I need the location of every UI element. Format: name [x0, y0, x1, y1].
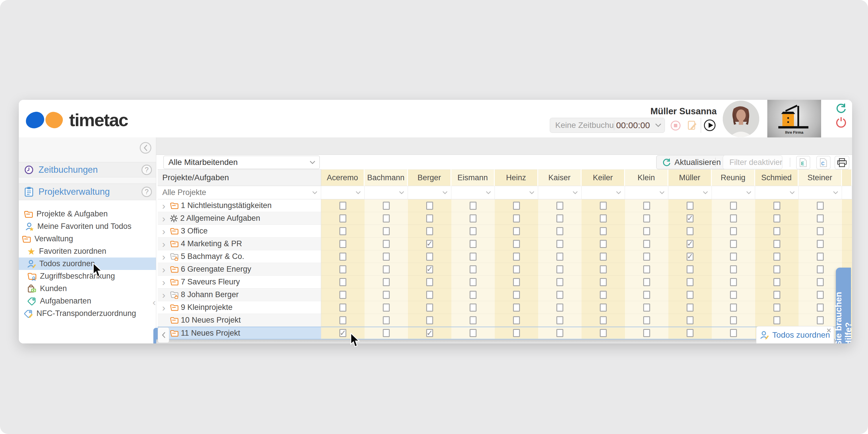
column-header-person[interactable]: Keiler	[582, 169, 625, 186]
assignment-cell[interactable]	[799, 250, 842, 263]
checkbox-unchecked[interactable]	[600, 202, 607, 210]
print-button[interactable]	[835, 156, 849, 169]
checkbox-unchecked[interactable]	[643, 304, 650, 312]
checkbox-unchecked[interactable]	[513, 304, 520, 312]
checkbox-unchecked[interactable]	[556, 316, 563, 324]
expand-chevron-icon[interactable]: ›	[160, 216, 167, 221]
sidebar-item-verwaltung[interactable]: Verwaltung	[19, 232, 156, 245]
checkbox-unchecked[interactable]	[470, 265, 476, 273]
assignment-cell[interactable]	[408, 250, 452, 263]
checkbox-unchecked[interactable]	[817, 253, 824, 261]
assignment-cell[interactable]	[452, 225, 495, 238]
assignment-cell[interactable]	[669, 225, 712, 238]
checkbox-unchecked[interactable]	[513, 265, 520, 273]
edit-note-icon[interactable]	[687, 120, 698, 131]
checkbox-unchecked[interactable]	[470, 304, 476, 312]
assignment-cell[interactable]	[625, 288, 669, 301]
checkbox-unchecked[interactable]	[383, 291, 390, 299]
checkbox-unchecked[interactable]	[339, 253, 346, 261]
assignment-cell[interactable]	[365, 276, 408, 288]
assignment-cell[interactable]	[452, 263, 495, 276]
assignment-cell[interactable]	[755, 250, 799, 263]
checkbox-unchecked[interactable]	[513, 316, 520, 324]
help-question-icon[interactable]: ?	[142, 187, 152, 197]
checkbox-unchecked[interactable]	[339, 291, 346, 299]
assignment-cell[interactable]	[365, 199, 408, 212]
checkbox-unchecked[interactable]	[817, 240, 824, 248]
assignment-cell[interactable]	[712, 276, 755, 288]
assignment-cell[interactable]	[625, 263, 669, 276]
assignment-cell[interactable]	[799, 238, 842, 250]
checkbox-unchecked[interactable]	[383, 329, 390, 337]
checkbox-checked[interactable]: ✓	[687, 214, 693, 222]
assignment-cell[interactable]	[321, 288, 365, 301]
assignment-cell[interactable]	[712, 199, 755, 212]
assignment-cell[interactable]	[365, 314, 408, 327]
assignment-cell[interactable]	[538, 212, 582, 225]
checkbox-unchecked[interactable]	[773, 316, 780, 324]
assignment-cell[interactable]	[712, 314, 755, 327]
assignment-cell[interactable]	[755, 199, 799, 212]
checkbox-unchecked[interactable]	[513, 253, 520, 261]
assignment-cell[interactable]	[495, 199, 538, 212]
checkbox-unchecked[interactable]	[730, 227, 737, 235]
checkbox-unchecked[interactable]	[339, 316, 346, 324]
checkbox-unchecked[interactable]	[773, 214, 780, 222]
assignment-cell[interactable]	[582, 199, 625, 212]
checkbox-unchecked[interactable]	[426, 291, 433, 299]
assignment-cell[interactable]	[799, 199, 842, 212]
project-row-label[interactable]: ›7 Saveurs Fleury	[158, 276, 321, 288]
checkbox-unchecked[interactable]	[773, 265, 780, 273]
sidebar-item-favoriten-zuordnen[interactable]: ★ Favoriten zuordnen	[19, 245, 156, 257]
checkbox-unchecked[interactable]	[643, 202, 650, 210]
assignment-cell[interactable]	[625, 301, 669, 314]
checkbox-checked[interactable]: ✓	[687, 253, 693, 261]
sidebar-item-projekte-aufgaben[interactable]: Projekte & Aufgaben	[19, 208, 156, 220]
assignment-cell[interactable]	[365, 301, 408, 314]
assignment-cell[interactable]	[625, 225, 669, 238]
assignment-cell[interactable]	[321, 250, 365, 263]
checkbox-unchecked[interactable]	[730, 253, 737, 261]
assignment-cell[interactable]	[669, 263, 712, 276]
checkbox-unchecked[interactable]	[730, 202, 737, 210]
checkbox-unchecked[interactable]	[600, 291, 607, 299]
assignment-cell[interactable]	[495, 314, 538, 327]
assignment-cell[interactable]	[755, 314, 799, 327]
person-filter-dropdown[interactable]	[408, 186, 452, 199]
project-row-label[interactable]: ›11 Neues Projekt	[158, 327, 321, 339]
checkbox-unchecked[interactable]	[687, 304, 693, 312]
assignment-cell[interactable]	[669, 314, 712, 327]
project-row-label[interactable]: ›6 Greengate Energy	[158, 263, 321, 276]
checkbox-unchecked[interactable]	[730, 278, 737, 286]
person-filter-dropdown[interactable]	[582, 186, 625, 199]
checkbox-unchecked[interactable]	[687, 316, 693, 324]
checkbox-unchecked[interactable]	[426, 227, 433, 235]
start-timer-icon[interactable]	[704, 120, 715, 131]
checkbox-unchecked[interactable]	[339, 278, 346, 286]
splitter-collapse-icon[interactable]: ‹	[153, 297, 156, 308]
column-header-person[interactable]: Eismann	[452, 169, 495, 186]
checkbox-unchecked[interactable]	[339, 240, 346, 248]
assignment-cell[interactable]	[625, 314, 669, 327]
assignment-cell[interactable]	[712, 238, 755, 250]
assignment-cell[interactable]	[755, 225, 799, 238]
checkbox-unchecked[interactable]	[817, 278, 824, 286]
assignment-cell[interactable]	[755, 276, 799, 288]
assignment-cell[interactable]	[452, 212, 495, 225]
checkbox-unchecked[interactable]	[426, 202, 433, 210]
assignment-cell[interactable]	[452, 199, 495, 212]
checkbox-unchecked[interactable]	[730, 214, 737, 222]
project-row-label[interactable]: ›9 Kleinprojekte	[158, 301, 321, 314]
checkbox-unchecked[interactable]	[556, 227, 563, 235]
checkbox-unchecked[interactable]	[773, 304, 780, 312]
assignment-cell[interactable]	[712, 327, 755, 339]
assignment-cell[interactable]	[582, 263, 625, 276]
time-tracking-widget[interactable]: Keine Zeitbuchun... 00:00:00	[550, 118, 665, 133]
project-row-label[interactable]: ›1 Nichtleistungstätigkeiten	[158, 199, 321, 212]
person-filter-dropdown[interactable]	[365, 186, 408, 199]
column-header-person[interactable]: Müller	[669, 169, 712, 186]
assignment-cell[interactable]	[538, 225, 582, 238]
assignment-cell[interactable]	[452, 276, 495, 288]
assignment-cell[interactable]: ✓	[669, 212, 712, 225]
checkbox-unchecked[interactable]	[600, 214, 607, 222]
